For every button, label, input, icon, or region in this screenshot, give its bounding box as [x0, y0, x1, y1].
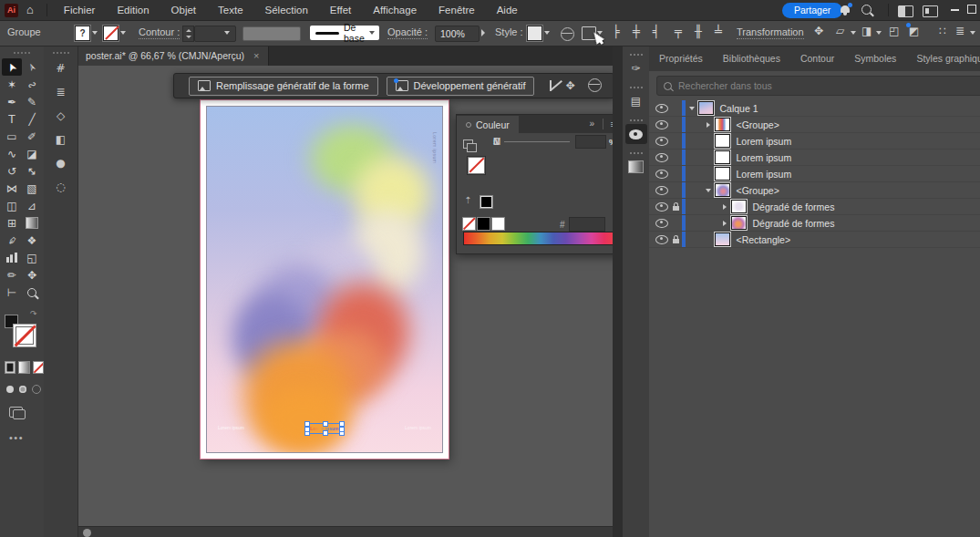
hide-preview-icon[interactable]	[550, 80, 552, 91]
artboard-tools-icon[interactable]: #	[50, 59, 72, 77]
layer-thumbnail[interactable]	[731, 216, 747, 230]
visibility-toggle[interactable]	[655, 235, 668, 244]
layer-row-rectangle[interactable]: <Rectangle>	[649, 232, 980, 248]
generative-shape-fill-button[interactable]: Remplissage génératif de la forme	[189, 77, 378, 96]
isolate-chevron[interactable]	[876, 31, 882, 35]
screen-mode-icon[interactable]	[9, 407, 23, 418]
draw-inside-icon[interactable]	[32, 385, 41, 394]
width-tool[interactable]: ⋈	[2, 180, 22, 197]
rotate-tool[interactable]: ↺	[2, 162, 22, 180]
rectangle-tool[interactable]: ▭	[2, 128, 22, 145]
search-icon[interactable]	[861, 5, 872, 15]
visibility-toggle[interactable]	[655, 120, 668, 129]
collapse-panel-icon[interactable]: »	[589, 119, 594, 129]
layer-row-lorem[interactable]: Lorem ipsum	[649, 133, 980, 150]
pencil-tool[interactable]: ✏	[2, 266, 22, 284]
tab-contour[interactable]: Contour	[790, 46, 844, 71]
visibility-toggle[interactable]	[655, 186, 668, 195]
selection-handle[interactable]	[323, 430, 328, 436]
hex-input[interactable]	[569, 217, 605, 232]
panel-grip[interactable]	[630, 87, 643, 88]
opacity-value-field[interactable]: 100%	[435, 26, 480, 42]
stroke-profile-dropdown[interactable]	[242, 26, 301, 41]
visibility-toggle[interactable]	[655, 202, 668, 212]
fill-none-swatch[interactable]	[468, 157, 485, 174]
free-transform-tool[interactable]: ▧	[22, 180, 42, 197]
stroke-weight-link[interactable]: Contour :	[139, 26, 180, 39]
horizontal-scrollbar[interactable]	[77, 526, 613, 537]
none-mode-button[interactable]	[33, 361, 44, 374]
menu-effet[interactable]: Effet	[319, 0, 362, 20]
measure-tool[interactable]: ⊢	[2, 284, 22, 301]
visibility-toggle[interactable]	[655, 170, 668, 179]
panel-menu-icon[interactable]: ≡	[603, 119, 613, 129]
selection-handle[interactable]	[323, 421, 328, 427]
menu-selection[interactable]: Sélection	[254, 0, 319, 20]
expand-chevron[interactable]	[702, 122, 715, 128]
layer-thumbnail[interactable]	[698, 101, 714, 115]
pathfinder-tools-icon[interactable]: ◧	[50, 130, 72, 149]
lock-icon[interactable]	[673, 206, 679, 211]
color-spectrum-bar[interactable]	[463, 232, 613, 245]
couleur-panel-tab[interactable]: Couleur	[457, 116, 519, 134]
layer-thumbnail[interactable]	[715, 232, 730, 246]
draw-behind-icon[interactable]	[19, 386, 26, 393]
align-left-icon[interactable]: ╞	[613, 25, 620, 38]
stroke-dropdown-chevron[interactable]	[120, 31, 126, 35]
layer-row-degrade[interactable]: Dégradé de formes	[649, 215, 980, 232]
type-tool[interactable]: T	[2, 110, 22, 128]
menu-objet[interactable]: Objet	[160, 0, 208, 20]
select-similar-icon[interactable]: ▱	[836, 25, 844, 37]
pen-tool[interactable]: ✒	[2, 93, 22, 110]
expand-chevron[interactable]	[686, 107, 698, 110]
layer-row-lorem[interactable]: Lorem ipsum	[649, 150, 980, 166]
tab-symboles[interactable]: Symboles	[844, 46, 906, 71]
draw-normal-icon[interactable]	[6, 386, 14, 393]
isolate-group-icon[interactable]: ◨	[861, 25, 872, 37]
image-panel-icon[interactable]: ▤	[625, 91, 647, 111]
style-chevron[interactable]	[544, 31, 550, 35]
scrollbar-thumb[interactable]	[83, 529, 91, 537]
dock-divider[interactable]	[613, 46, 623, 537]
tab-bibliotheques[interactable]: Bibliothèques	[713, 46, 790, 71]
black-swatch[interactable]	[477, 217, 490, 231]
lock-icon[interactable]	[673, 239, 679, 243]
menu-edition[interactable]: Edition	[106, 0, 160, 20]
layers-search-input[interactable]: Rechercher dans tous	[656, 76, 980, 96]
fill-none-swatch[interactable]	[13, 324, 36, 347]
lasso-tool[interactable]: ∾	[22, 76, 42, 93]
stroke-weight-stepper[interactable]	[182, 26, 194, 42]
layer-row-calque1[interactable]: Calque 1	[649, 100, 980, 117]
app-logo-icon[interactable]: Ai	[5, 4, 18, 17]
eyedropper-tool[interactable]: ✑	[2, 232, 22, 249]
expand-chevron[interactable]	[718, 221, 731, 226]
generative-recolor-icon[interactable]: ◩	[909, 25, 919, 37]
expand-bounds-icon[interactable]: ✥	[814, 25, 823, 37]
layer-thumbnail[interactable]	[715, 134, 730, 148]
artboard-tool[interactable]: ◱	[22, 249, 42, 266]
tab-proprietes[interactable]: Propriétés	[649, 46, 713, 71]
eraser-tool[interactable]: ◪	[22, 145, 42, 162]
align-center-horizontal-icon[interactable]: ╪	[633, 25, 640, 38]
fill-dropdown-chevron[interactable]	[92, 31, 98, 35]
couleur-panel-icon[interactable]	[625, 124, 647, 144]
document-tab[interactable]: poster.ai* @ 66,67 % (CMJN/Aperçu) ×	[77, 46, 269, 66]
column-graph-tool[interactable]	[2, 249, 22, 266]
generative-panel-icon[interactable]: ✑	[625, 58, 647, 78]
fill-stroke-indicator[interactable]: ↷	[3, 312, 43, 354]
transform-link[interactable]: Transformation	[737, 26, 804, 39]
tab-close-icon[interactable]: ×	[253, 50, 259, 61]
shape-blob-icon[interactable]: ●	[50, 154, 72, 172]
menu-fenetre[interactable]: Fenêtre	[428, 0, 486, 20]
tab-styles-graphiques[interactable]: Styles graphiques	[906, 46, 980, 71]
line-segment-tool[interactable]: ╱	[22, 110, 42, 128]
align-tools-icon[interactable]: ≣	[50, 83, 72, 101]
align-top-icon[interactable]: ╤	[675, 25, 682, 38]
window-maximize-button[interactable]	[967, 5, 976, 14]
visibility-toggle[interactable]	[655, 137, 668, 146]
graphic-style-swatch[interactable]	[527, 26, 542, 41]
expand-chevron[interactable]	[718, 204, 731, 210]
layer-row-lorem[interactable]: Lorem ipsum	[649, 166, 980, 182]
perspective-grid-tool[interactable]: ⊿	[22, 197, 42, 214]
selection-handle[interactable]	[339, 427, 345, 432]
